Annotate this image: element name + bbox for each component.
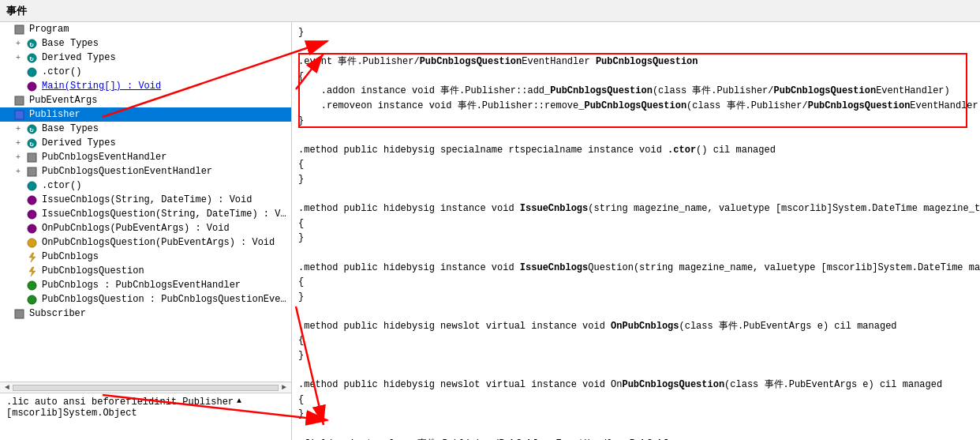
svg-rect-13 <box>28 153 36 162</box>
sidebar: Program+↻Base Types+↻Derived Types .ctor… <box>0 22 292 440</box>
svg-rect-8 <box>15 111 24 119</box>
code-line <box>298 187 974 202</box>
bottom-scroll-up[interactable]: ▲ <box>237 397 241 405</box>
arrow-teal-icon: ↻ <box>27 53 39 63</box>
svg-marker-21 <box>29 267 36 276</box>
sidebar-item-label: PubCnblogsEventHandler <box>42 152 291 163</box>
code-line <box>298 363 974 378</box>
sidebar-item-main[interactable]: Main(String[]) : Void <box>0 79 291 93</box>
box-gray-icon <box>27 167 39 177</box>
code-line: } <box>298 25 974 40</box>
scroll-track[interactable] <box>13 385 279 391</box>
sidebar-item-label: Main(String[]) : Void <box>42 81 291 92</box>
svg-point-19 <box>28 239 36 247</box>
sidebar-item-label: OnPubCnblogsQuestion(PubEventArgs) : Voi… <box>42 237 291 248</box>
expand-icon[interactable]: + <box>16 125 27 134</box>
sidebar-item-ctor-2[interactable]: .ctor() <box>0 179 291 193</box>
code-line: { <box>298 157 974 172</box>
sidebar-item-ctor-1[interactable]: .ctor() <box>0 65 291 79</box>
code-line: .addon instance void 事件.Publisher::add_P… <box>298 84 974 99</box>
sidebar-item-derived-types-1[interactable]: +↻Derived Types <box>0 51 291 65</box>
svg-marker-20 <box>29 253 36 262</box>
sidebar-item-label: .ctor() <box>42 66 291 77</box>
sidebar-item-label: .ctor() <box>42 180 291 191</box>
sidebar-item-pub-cnblogs-question-event-handler[interactable]: +PubCnblogsQuestionEventHandler <box>0 164 291 179</box>
box-gray-icon <box>14 96 27 106</box>
svg-text:↻: ↻ <box>30 141 34 149</box>
bottom-line1: ▲ .lic auto ansi beforefieldinit Publish… <box>6 397 241 408</box>
sidebar-item-label: IssueCnblogs(String, DateTime) : Void <box>42 194 291 205</box>
svg-point-17 <box>28 210 36 219</box>
sidebar-item-label: OnPubCnblogs(PubEventArgs) : Void <box>42 223 291 234</box>
sidebar-item-label: Publisher <box>29 109 291 120</box>
expand-icon[interactable]: + <box>16 54 27 62</box>
sidebar-item-label: Derived Types <box>42 137 291 149</box>
sidebar-item-label: PubCnblogsQuestion <box>42 265 291 276</box>
sidebar-item-label: Derived Types <box>42 52 291 63</box>
expand-icon[interactable]: + <box>16 167 27 176</box>
code-line <box>298 304 974 319</box>
sidebar-item-label: Base Types <box>42 123 291 134</box>
svg-point-16 <box>28 196 36 205</box>
bottom-info-panel: ▲ .lic auto ansi beforefieldinit Publish… <box>0 393 291 440</box>
code-line: } <box>298 290 974 305</box>
bottom-panel-content: ▲ .lic auto ansi beforefieldinit Publish… <box>6 397 241 419</box>
code-line: { <box>298 275 974 290</box>
box-gray-icon <box>14 24 27 35</box>
sidebar-item-pub-cnblogs-event-handler[interactable]: +PubCnblogsEventHandler <box>0 150 291 164</box>
sidebar-scrollbar[interactable]: ◄ ► <box>0 382 291 393</box>
sidebar-item-program[interactable]: Program <box>0 22 291 36</box>
code-line: .event 事件.Publisher/PubCnblogsQuestionEv… <box>298 55 974 70</box>
circle-teal-icon <box>27 181 39 191</box>
sidebar-item-base-types-2[interactable]: +↻Base Types <box>0 122 291 136</box>
sidebar-tree: Program+↻Base Types+↻Derived Types .ctor… <box>0 22 291 382</box>
sidebar-item-pub-cnblogs-ref[interactable]: PubCnblogs : PubCnblogsEventHandler <box>0 278 291 292</box>
sidebar-item-on-pub-cnblogs[interactable]: OnPubCnblogs(PubEventArgs) : Void <box>0 221 291 235</box>
sidebar-item-publisher[interactable]: Publisher <box>0 107 291 122</box>
circle-purple-icon <box>27 195 39 205</box>
arrow-teal-icon: ↻ <box>27 138 39 149</box>
sidebar-item-issue-cnblogs-question[interactable]: IssueCnblogsQuestion(String, DateTime) :… <box>0 207 291 221</box>
expand-icon[interactable]: + <box>16 139 27 148</box>
sidebar-item-subscriber[interactable]: Subscriber <box>0 306 291 321</box>
code-line: { <box>298 393 974 408</box>
svg-rect-0 <box>15 25 24 34</box>
code-line: .method public hidebysig instance void I… <box>298 261 974 276</box>
code-line <box>298 40 974 55</box>
circle-purple-icon <box>27 209 39 220</box>
code-panel: } .event 事件.Publisher/PubCnblogsQuestion… <box>292 22 980 440</box>
sidebar-item-pub-cnblogs-question-ref[interactable]: PubCnblogsQuestion : PubCnblogsQuestionE… <box>0 292 291 306</box>
scroll-right-icon[interactable]: ► <box>279 383 290 392</box>
sidebar-item-pub-cnblogs-question[interactable]: PubCnblogsQuestion <box>0 264 291 278</box>
code-line: .method public hidebysig specialname rts… <box>298 143 974 158</box>
code-line <box>298 128 974 143</box>
code-line: .method public hidebysig newslot virtual… <box>298 378 974 393</box>
sidebar-item-label: Subscriber <box>29 308 291 319</box>
sidebar-item-pub-event-args[interactable]: PubEventArgs <box>0 93 291 107</box>
sidebar-item-issue-cnblogs[interactable]: IssueCnblogs(String, DateTime) : Void <box>0 193 291 207</box>
svg-point-5 <box>28 68 36 77</box>
box-blue-icon <box>14 110 27 120</box>
circle-purple-icon <box>27 81 39 92</box>
circle-yellow-icon <box>27 238 39 248</box>
svg-point-6 <box>28 82 36 91</box>
flash-yellow-icon <box>27 252 39 262</box>
code-line: .method public hidebysig instance void I… <box>298 201 974 216</box>
svg-text:↻: ↻ <box>30 41 34 49</box>
sidebar-item-pub-cnblogs[interactable]: PubCnblogs <box>0 250 291 264</box>
sidebar-item-label: PubCnblogs : PubCnblogsEventHandler <box>42 280 291 291</box>
sidebar-item-on-pub-cnblogs-question[interactable]: OnPubCnblogsQuestion(PubEventArgs) : Voi… <box>0 235 291 250</box>
sidebar-item-base-types-1[interactable]: +↻Base Types <box>0 36 291 51</box>
code-line: } <box>298 407 974 422</box>
code-line: .removeon instance void 事件.Publisher::re… <box>298 99 974 114</box>
expand-icon[interactable]: + <box>16 39 27 48</box>
expand-icon[interactable]: + <box>16 153 27 162</box>
svg-text:↻: ↻ <box>30 55 34 63</box>
code-line: .method public hidebysig newslot virtual… <box>298 319 974 334</box>
box-gray-icon <box>27 152 39 163</box>
box-gray-icon <box>14 309 27 319</box>
scroll-left-icon[interactable]: ◄ <box>2 383 13 392</box>
svg-rect-7 <box>15 96 24 105</box>
code-content: } .event 事件.Publisher/PubCnblogsQuestion… <box>298 25 974 440</box>
sidebar-item-derived-types-2[interactable]: +↻Derived Types <box>0 136 291 150</box>
